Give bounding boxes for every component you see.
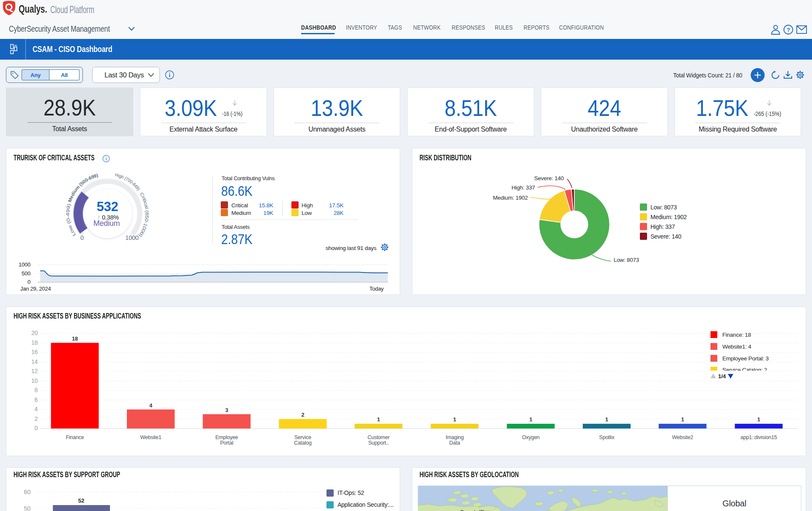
- svg-text:Website2: Website2: [672, 434, 693, 440]
- svg-text:Application Security:...: Application Security:...: [337, 501, 394, 508]
- svg-text:Service Catalog: 2: Service Catalog: 2: [722, 367, 767, 373]
- svg-text:1000: 1000: [19, 261, 30, 268]
- svg-text:1: 1: [377, 416, 380, 423]
- svg-text:6: 6: [34, 396, 38, 403]
- svg-text:1: 1: [605, 416, 608, 423]
- svg-text:Portal: Portal: [220, 440, 233, 446]
- svg-text:Finance: 18: Finance: 18: [722, 332, 751, 338]
- svg-text:2: 2: [34, 415, 38, 422]
- svg-text:532: 532: [97, 199, 118, 214]
- svg-text:18: 18: [31, 339, 38, 346]
- svg-text:Website1: 4: Website1: 4: [722, 343, 752, 350]
- svg-text:Employee: Employee: [215, 434, 238, 440]
- svg-text:4: 4: [34, 406, 38, 412]
- svg-text:4: 4: [149, 402, 153, 409]
- svg-text:52: 52: [78, 497, 85, 504]
- svg-text:8: 8: [34, 387, 38, 393]
- svg-text:Jan 29, 2024: Jan 29, 2024: [20, 286, 51, 292]
- svg-text:1: 1: [757, 416, 760, 423]
- svg-text:0: 0: [80, 234, 84, 241]
- svg-text:2: 2: [302, 412, 304, 418]
- svg-text:Low: 8073: Low: 8073: [650, 204, 677, 211]
- svg-text:Search (?): Search (?): [460, 509, 485, 511]
- svg-text:1: 1: [681, 416, 684, 423]
- svg-text:Severe: 140: Severe: 140: [534, 175, 564, 181]
- svg-text:Support..: Support..: [368, 440, 389, 446]
- svg-text:IT-Ops: 52: IT-Ops: 52: [337, 489, 364, 496]
- svg-text:18: 18: [72, 335, 78, 342]
- svg-text:60: 60: [24, 489, 30, 495]
- svg-text:14: 14: [31, 358, 38, 365]
- svg-text:Service: Service: [294, 434, 311, 440]
- svg-text:1: 1: [453, 416, 456, 423]
- svg-text:1: 1: [529, 416, 532, 423]
- svg-text:12: 12: [31, 368, 38, 374]
- svg-text:Medium: 1902: Medium: 1902: [493, 195, 528, 201]
- svg-text:Customer: Customer: [368, 434, 390, 440]
- svg-text:16: 16: [31, 349, 38, 355]
- svg-text:Imaging: Imaging: [446, 434, 464, 440]
- svg-text:20: 20: [31, 330, 38, 336]
- svg-text:High: 337: High: 337: [511, 184, 535, 191]
- svg-text:0: 0: [27, 279, 30, 285]
- svg-text:Oxygen: Oxygen: [522, 434, 540, 440]
- svg-text:0: 0: [34, 425, 38, 431]
- svg-text:1000: 1000: [125, 234, 138, 241]
- svg-text:High: 337: High: 337: [650, 223, 675, 230]
- svg-text:Data: Data: [449, 440, 460, 446]
- svg-text:Finance: Finance: [66, 434, 84, 440]
- svg-text:Severe: 140: Severe: 140: [650, 233, 681, 240]
- svg-text:Employee Portal: 3: Employee Portal: 3: [722, 355, 769, 362]
- svg-text:app1::division15: app1::division15: [741, 434, 777, 440]
- svg-text:3: 3: [225, 407, 228, 413]
- svg-text:Website1: Website1: [140, 434, 162, 440]
- svg-text:?: ?: [787, 27, 790, 33]
- svg-text:Spotlix: Spotlix: [599, 434, 615, 440]
- svg-text:Catalog: Catalog: [294, 440, 312, 446]
- svg-text:50: 50: [24, 505, 30, 511]
- svg-text:Low: 8073: Low: 8073: [614, 257, 639, 263]
- svg-text:500: 500: [22, 270, 30, 277]
- svg-text:Today: Today: [370, 286, 384, 292]
- svg-text:Medium: 1902: Medium: 1902: [650, 214, 687, 220]
- svg-text:1/4: 1/4: [718, 373, 726, 379]
- svg-text:10: 10: [31, 377, 38, 384]
- svg-text:Medium: Medium: [93, 219, 120, 228]
